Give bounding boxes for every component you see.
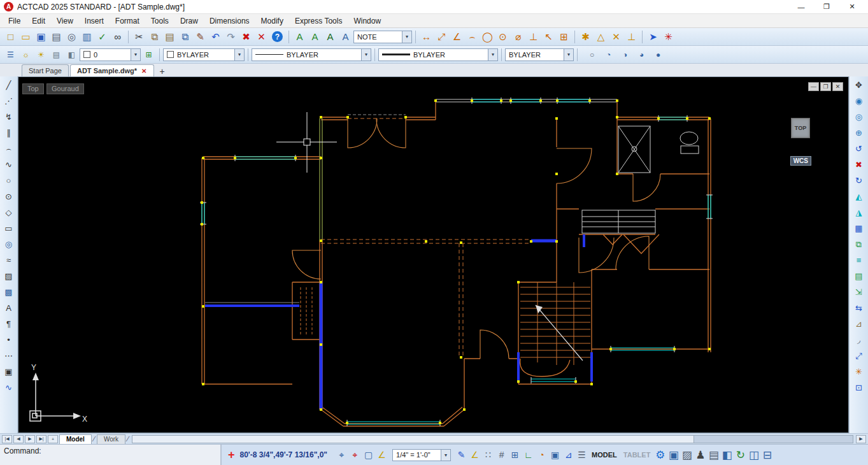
scrollbar-thumb[interactable]	[132, 436, 694, 443]
text-style-combo[interactable]: NOTE ▾	[353, 31, 412, 43]
snap-marker-icon[interactable]: ⌖	[335, 448, 348, 462]
menu-item[interactable]: Tools	[145, 14, 174, 27]
angle-snap-icon[interactable]: ∠	[468, 448, 481, 462]
tab-model[interactable]: Model	[59, 434, 92, 444]
mdi-close-button[interactable]: ✕	[832, 82, 843, 91]
mirror-3d-icon[interactable]: ◮	[852, 206, 866, 218]
layer-properties-icon[interactable]: ☰	[3, 48, 18, 62]
point-icon[interactable]: •	[2, 333, 16, 346]
tablet-mode-label[interactable]: TABLET	[623, 451, 651, 459]
dim-leader-icon[interactable]: ↖	[541, 30, 556, 44]
hatch-icon[interactable]: ▨	[2, 269, 16, 282]
undo-icon[interactable]: ↶	[208, 30, 223, 44]
region-icon[interactable]: ▣	[2, 365, 16, 378]
transparency-25-icon[interactable]: ◔	[601, 48, 616, 62]
transparency-0-icon[interactable]: ○	[585, 48, 599, 62]
print-preview-icon[interactable]: ◎	[64, 30, 79, 44]
scale-icon[interactable]: ⤢	[852, 349, 866, 362]
wcs-badge[interactable]: WCS	[790, 156, 811, 166]
spell-check-icon[interactable]: ✓	[95, 30, 110, 44]
rectangle-icon[interactable]: ▭	[2, 222, 16, 234]
erase-icon[interactable]: ✖	[239, 30, 253, 44]
save-icon[interactable]: ▣	[34, 30, 48, 44]
cut-icon[interactable]: ✂	[132, 30, 146, 44]
measure-icon[interactable]: ⊿	[852, 317, 866, 330]
lines-icon[interactable]: ☰	[575, 448, 588, 462]
extend-icon[interactable]: ⇆	[852, 301, 866, 314]
plotstyle-combo[interactable]: BYLAYER ▾	[505, 48, 574, 61]
dim-linear-icon[interactable]: ↔	[419, 30, 434, 44]
menu-item[interactable]: Insert	[79, 14, 110, 27]
last-sheet-button[interactable]: ▶|	[36, 435, 46, 443]
first-sheet-button[interactable]: |◀	[2, 435, 12, 443]
line-icon[interactable]: ╱	[2, 78, 16, 91]
tab-start-page[interactable]: Start Page	[22, 64, 69, 76]
edit-text-icon[interactable]: A	[323, 30, 338, 44]
viewport-shade-button[interactable]: Gouraud	[46, 83, 84, 94]
annotation-icon[interactable]: ✎	[455, 448, 468, 462]
construction-line-icon[interactable]: ⋰	[2, 94, 16, 107]
menu-item[interactable]: Dimensions	[204, 14, 255, 27]
circle-icon[interactable]: ○	[2, 174, 16, 187]
viewport-view-button[interactable]: Top	[22, 83, 44, 94]
delete-icon[interactable]: ✕	[254, 30, 269, 44]
purge-icon[interactable]: ✳	[661, 30, 676, 44]
polyline-icon[interactable]: ↯	[2, 110, 16, 123]
polygon-icon[interactable]: ◇	[2, 206, 16, 218]
lineweight-combo[interactable]: BYLAYER ▾	[378, 48, 498, 61]
donut-icon[interactable]: ◎	[2, 238, 16, 250]
horizontal-scrollbar[interactable]	[132, 435, 853, 443]
rotate-icon[interactable]: ↻	[852, 174, 866, 187]
mirror-icon[interactable]: ◭	[852, 190, 866, 203]
transparency-50-icon[interactable]: ◑	[618, 48, 632, 62]
dim-tolerance-icon[interactable]: ⊞	[557, 30, 571, 44]
dim-center-icon[interactable]: ⊙	[495, 30, 510, 44]
mdi-minimize-button[interactable]: —	[808, 82, 819, 91]
monitor-icon[interactable]: ⊟	[760, 448, 774, 462]
multiline-icon[interactable]: ∥	[2, 126, 16, 139]
dim-arc-icon[interactable]: ⌢	[465, 30, 480, 44]
linetype-combo[interactable]: BYLAYER ▾	[252, 48, 371, 61]
menu-item[interactable]: Edit	[26, 14, 51, 27]
properties-icon[interactable]: ⊡	[852, 381, 866, 394]
layer-on-icon[interactable]: ☼	[18, 48, 33, 62]
plot-status-icon[interactable]: ▤	[707, 448, 720, 462]
selection-window-icon[interactable]: ▢	[362, 448, 375, 462]
next-sheet-button[interactable]: ▶	[25, 435, 35, 443]
snap-from-icon[interactable]: ✱	[578, 30, 593, 44]
arc-icon[interactable]: ⌢	[2, 142, 16, 155]
snap-grid-icon[interactable]: ⊞	[508, 448, 522, 462]
tracking-icon[interactable]: ⌖	[348, 448, 362, 462]
paste-icon[interactable]: ▤	[162, 30, 177, 44]
text-icon[interactable]: A	[2, 301, 16, 314]
settings-gear-icon[interactable]: ⚙	[653, 448, 667, 462]
copy-props-icon[interactable]: ⧉	[178, 30, 192, 44]
stretch-icon[interactable]: ⇲	[852, 285, 866, 298]
tab-close-icon[interactable]: ✕	[141, 68, 146, 75]
refresh-icon[interactable]: ↻	[734, 448, 747, 462]
polar-icon[interactable]: ◔	[535, 448, 548, 462]
open-file-icon[interactable]: ▭	[18, 30, 33, 44]
minimize-button[interactable]: —	[790, 3, 812, 11]
search-icon[interactable]: ∞	[110, 30, 125, 44]
add-sheet-button[interactable]: +	[48, 435, 58, 443]
viewcube[interactable]: TOP	[791, 118, 810, 138]
command-line[interactable]: Command:	[0, 445, 222, 465]
layer-combo[interactable]: 0 ▾	[80, 48, 141, 61]
layer-lock-icon[interactable]: ◧	[64, 48, 79, 62]
sketch-icon[interactable]: ∿	[2, 381, 16, 394]
panel-icon[interactable]: ◫	[747, 448, 760, 462]
text-style-icon[interactable]: A	[292, 30, 307, 44]
dim-angular-icon[interactable]: ∠	[450, 30, 464, 44]
menu-item[interactable]: Modify	[255, 14, 289, 27]
divide-icon[interactable]: ⋯	[2, 349, 16, 362]
orbit-icon[interactable]: ↺	[852, 142, 866, 155]
snap-perpendicular-icon[interactable]: ⊥	[624, 30, 639, 44]
copy-icon[interactable]: ⧉	[147, 30, 162, 44]
scale-combo[interactable]: 1/4" = 1'-0" ▾	[392, 449, 451, 461]
transparency-100-icon[interactable]: ●	[651, 48, 665, 62]
zoom-window-icon[interactable]: ◉	[852, 94, 866, 107]
close-button[interactable]: ✕	[841, 3, 863, 11]
pan-icon[interactable]: ⊕	[852, 126, 866, 139]
match-props-icon[interactable]: ✎	[193, 30, 208, 44]
